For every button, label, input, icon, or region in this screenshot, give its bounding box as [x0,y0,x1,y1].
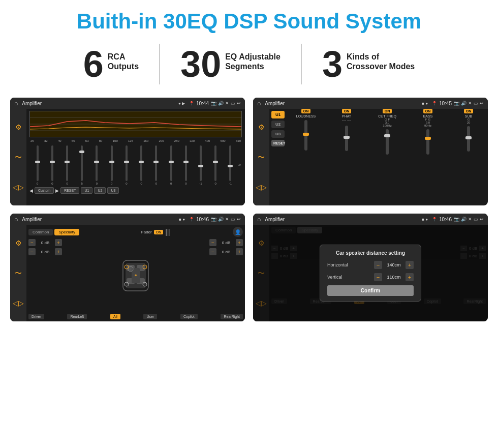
slider-thumb-8[interactable] [139,161,144,163]
minus-btn-tl2[interactable]: − [28,248,36,255]
slider-thumb-3[interactable] [65,161,70,163]
rearleft-btn[interactable]: RearLeft [67,314,87,319]
horizontal-plus[interactable]: + [406,261,414,269]
bass-thumb[interactable] [425,137,431,140]
vertical-plus[interactable]: + [406,273,414,281]
minus-btn-tr1[interactable]: − [209,239,216,246]
sub-val: 20 [467,121,471,124]
slider-track-6[interactable] [111,145,113,181]
slider-thumb-1[interactable] [35,161,40,163]
minus-btn-tl1[interactable]: − [28,239,36,246]
minus-btn-tr2[interactable]: − [209,248,216,255]
slider-thumb-9[interactable] [153,161,159,163]
plus-btn-tr1[interactable]: + [236,239,243,246]
wave-icon[interactable]: 〜 [15,154,22,161]
next-arrow[interactable]: ▶ [55,188,59,193]
wave-icon-cross[interactable]: 〜 [15,270,22,277]
rearright-btn[interactable]: RearRight [221,314,243,319]
speaker-icon[interactable]: ◁▷ [13,184,24,191]
tab-specialty[interactable]: Specialty [54,229,79,235]
back-icon-cross[interactable]: ↩ [237,217,241,222]
phat-on[interactable]: ON [342,109,352,113]
plus-btn-tl2[interactable]: + [55,248,62,255]
slider-track-14[interactable] [229,145,231,181]
fader-on-badge[interactable]: ON [154,230,164,234]
slider-thumb-11[interactable] [183,161,189,163]
more-icon[interactable]: » [238,162,241,167]
back-icon-dialog[interactable]: ↩ [480,217,484,222]
eq-icon-amp[interactable]: ⚙ [258,124,265,131]
eq-icon-cross[interactable]: ⚙ [15,240,22,247]
slider-thumb-6[interactable] [109,161,114,163]
speaker-icon-amp[interactable]: ◁▷ [256,184,267,191]
all-btn[interactable]: All [110,314,120,319]
custom-btn[interactable]: Custom [35,187,54,194]
slider-track-10[interactable] [170,145,172,181]
loudness-thumb[interactable] [303,133,309,136]
phat-thumb[interactable] [344,136,350,139]
camera-icon-dialog: 📷 [454,217,459,222]
slider-track-12[interactable] [200,145,202,181]
slider-thumb-5[interactable] [94,161,99,163]
preset-u1[interactable]: U1 [271,111,285,118]
slider-track-2[interactable] [51,145,53,181]
bass-on[interactable]: ON [423,109,433,113]
wifi-icon-dialog: ✕ [468,217,472,222]
slider-track-3[interactable] [66,145,68,181]
slider-thumb-7[interactable] [124,161,129,163]
home-icon-cross[interactable]: ⌂ [14,216,18,223]
slider-thumb-13[interactable] [213,161,218,163]
slider-track-11[interactable] [185,145,187,181]
slider-track-1[interactable] [37,145,39,181]
bass-slider[interactable] [426,129,429,155]
slider-thumb-10[interactable] [169,161,174,163]
cutfreq-slider[interactable] [386,129,389,155]
preset-u2[interactable]: U2 [271,121,285,128]
speaker-icon-cross[interactable]: ◁▷ [13,300,24,307]
slider-thumb-12[interactable] [198,165,203,167]
sub-thumb[interactable] [465,136,472,139]
sub-slider[interactable] [467,126,470,152]
back-icon-eq[interactable]: ↩ [237,101,241,106]
reset-amp-btn[interactable]: RESET [271,140,285,146]
slider-track-4[interactable] [81,145,83,181]
tab-common[interactable]: Common [28,229,53,235]
preset-u3[interactable]: U3 [271,130,285,138]
slider-thumb-4[interactable] [79,151,84,153]
slider-thumb-2[interactable] [50,161,55,163]
slider-val-11: 0 [185,182,186,185]
slider-thumb-14[interactable] [228,165,233,167]
eq-icon[interactable]: ⚙ [15,124,22,131]
u1-btn[interactable]: U1 [81,187,92,194]
driver-btn[interactable]: Driver [28,314,44,319]
vertical-minus[interactable]: − [374,273,382,281]
slider-track-7[interactable] [126,145,128,181]
reset-btn[interactable]: RESET [60,187,79,194]
back-icon-amp[interactable]: ↩ [480,101,484,106]
wave-icon-amp[interactable]: 〜 [258,154,265,161]
slider-track-9[interactable] [155,145,157,181]
sub-on[interactable]: ON [464,109,474,113]
eq-slider-11: 0 [179,145,193,185]
user-btn[interactable]: User [143,314,157,319]
plus-btn-tr2[interactable]: + [236,248,243,255]
phat-slider[interactable] [345,126,348,151]
slider-track-5[interactable] [96,145,98,181]
home-icon-amp[interactable]: ⌂ [257,100,261,107]
plus-btn-tl1[interactable]: + [55,239,62,246]
home-icon-dialog[interactable]: ⌂ [257,216,261,223]
home-icon[interactable]: ⌂ [14,100,18,107]
cutfreq-thumb[interactable] [384,134,390,137]
copilot-btn[interactable]: Copilot [180,314,198,319]
u3-btn[interactable]: U3 [107,187,119,194]
slider-track-13[interactable] [214,145,216,181]
cutfreq-on[interactable]: ON [383,109,392,113]
confirm-button[interactable]: Confirm [327,285,414,296]
u2-btn[interactable]: U2 [94,187,106,194]
slider-track-8[interactable] [140,145,142,181]
loudness-on[interactable]: ON [301,109,311,113]
loudness-slider[interactable] [304,120,307,151]
horizontal-minus[interactable]: − [374,261,382,269]
fader-slider[interactable]: ||| [165,228,171,236]
prev-arrow[interactable]: ◀ [29,188,33,193]
